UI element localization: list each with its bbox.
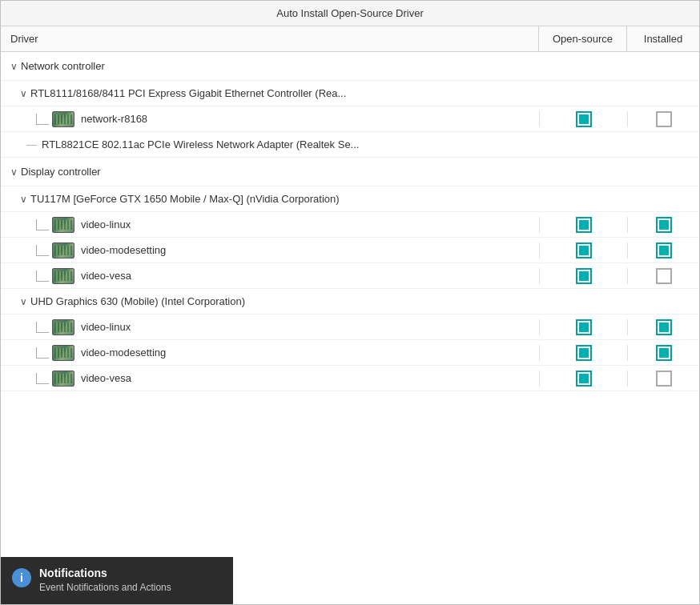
video-vesa-1-inst-checkbox[interactable] [656, 268, 672, 284]
video-modesetting-2-os-check[interactable] [539, 345, 627, 361]
col-installed-header: Installed [627, 26, 699, 51]
window-title: Auto Install Open-Source Driver [276, 7, 424, 19]
video-modesetting-1-os-check[interactable] [539, 242, 627, 258]
notification-icon-glyph: i [20, 571, 23, 584]
tree-row: video-modesetting [1, 340, 699, 366]
video-linux-2-os-checkbox[interactable] [576, 319, 592, 335]
video-vesa-2-inst-checkbox[interactable] [656, 371, 672, 387]
video-modesetting-2-label: video-modesetting [81, 347, 166, 359]
video-vesa-1-os-check[interactable] [539, 268, 627, 284]
tree-row: network-r8168 [1, 106, 699, 132]
notification-title: Notifications [39, 567, 171, 579]
connector-dash: — [26, 138, 37, 150]
video-modesetting-2-os-checkbox[interactable] [576, 345, 592, 361]
video-vesa-2-label: video-vesa [81, 372, 131, 384]
connector [36, 245, 49, 256]
notification-tooltip[interactable]: i Notifications Event Notifications and … [1, 557, 233, 604]
col-opensource-header: Open-source [539, 26, 627, 51]
driver-icon [52, 345, 74, 361]
network-controller-label: Network controller [21, 55, 105, 77]
tree-row: video-modesetting [1, 238, 699, 263]
connector [36, 373, 49, 384]
video-linux-1-inst-check[interactable] [627, 217, 699, 233]
tree-row: ∨ UHD Graphics 630 (Mobile) (Intel Corpo… [1, 289, 699, 315]
video-modesetting-1-inst-checkbox[interactable] [656, 242, 672, 258]
connector [36, 114, 49, 125]
display-controller-label: Display controller [21, 161, 101, 182]
network-r8168-os-check[interactable] [539, 111, 627, 127]
connector [36, 270, 49, 282]
video-vesa-1-inst-check[interactable] [627, 268, 699, 284]
video-modesetting-1-label: video-modesetting [81, 244, 166, 256]
expand-arrow-rtl8111[interactable]: ∨ [20, 88, 27, 99]
expand-arrow-uhd630[interactable]: ∨ [20, 296, 27, 307]
rtl8821ce-label: RTL8821CE 802.11ac PCIe Wireless Network… [42, 138, 359, 150]
table-header: Driver Open-source Installed [1, 26, 699, 52]
tree-row: video-vesa [1, 263, 699, 289]
connector [36, 219, 49, 230]
tree-row: ∨ Display controller [1, 158, 699, 186]
driver-icon [52, 242, 74, 258]
notification-text-block: Notifications Event Notifications and Ac… [39, 567, 171, 593]
tree-row: video-vesa [1, 366, 699, 391]
video-linux-2-inst-checkbox[interactable] [656, 319, 672, 335]
tree-row: ∨ RTL8111/8168/8411 PCI Express Gigabit … [1, 81, 699, 106]
expand-arrow-network[interactable]: ∨ [10, 61, 18, 72]
driver-icon [52, 268, 74, 284]
notification-icon: i [12, 568, 31, 587]
driver-icon [52, 217, 74, 233]
expand-arrow-display[interactable]: ∨ [10, 166, 18, 178]
tree-row: ∨ TU117M [GeForce GTX 1650 Mobile / Max-… [1, 186, 699, 212]
video-vesa-2-os-checkbox[interactable] [576, 371, 592, 387]
driver-icon [52, 111, 74, 127]
tu117m-label: TU117M [GeForce GTX 1650 Mobile / Max-Q]… [30, 193, 340, 205]
col-driver-header: Driver [1, 26, 539, 51]
video-linux-1-os-check[interactable] [539, 217, 627, 233]
network-r8168-label: network-r8168 [81, 113, 147, 125]
video-linux-2-inst-check[interactable] [627, 319, 699, 335]
connector [36, 322, 49, 333]
video-modesetting-1-inst-check[interactable] [627, 242, 699, 258]
video-linux-2-os-check[interactable] [539, 319, 627, 335]
title-bar: Auto Install Open-Source Driver [1, 1, 699, 26]
connector [36, 347, 49, 359]
network-r8168-inst-checkbox[interactable] [656, 111, 672, 127]
video-modesetting-2-inst-check[interactable] [627, 345, 699, 361]
rtl8111-label: RTL8111/8168/8411 PCI Express Gigabit Et… [30, 87, 346, 99]
network-r8168-os-checkbox[interactable] [576, 111, 592, 127]
video-vesa-2-inst-check[interactable] [627, 371, 699, 387]
video-modesetting-1-os-checkbox[interactable] [576, 242, 592, 258]
video-vesa-1-os-checkbox[interactable] [576, 268, 592, 284]
driver-tree[interactable]: ∨ Network controller ∨ RTL8111/8168/8411… [1, 52, 699, 604]
video-linux-2-label: video-linux [81, 321, 131, 333]
driver-icon [52, 319, 74, 335]
main-window: Auto Install Open-Source Driver Driver O… [0, 0, 700, 605]
uhd630-label: UHD Graphics 630 (Mobile) (Intel Corpora… [30, 295, 245, 307]
video-modesetting-2-inst-checkbox[interactable] [656, 345, 672, 361]
tree-row: ∨ Network controller [1, 52, 699, 81]
expand-arrow-tu117m[interactable]: ∨ [20, 194, 27, 205]
video-linux-1-inst-checkbox[interactable] [656, 217, 672, 233]
driver-icon [52, 371, 74, 387]
video-vesa-1-label: video-vesa [81, 270, 131, 282]
tree-row: video-linux [1, 212, 699, 238]
tree-row: — RTL8821CE 802.11ac PCIe Wireless Netwo… [1, 132, 699, 158]
video-linux-1-label: video-linux [81, 218, 131, 230]
network-r8168-inst-check[interactable] [627, 111, 699, 127]
tree-row: video-linux [1, 315, 699, 340]
video-linux-1-os-checkbox[interactable] [576, 217, 592, 233]
video-vesa-2-os-check[interactable] [539, 371, 627, 387]
notification-subtitle: Event Notifications and Actions [39, 582, 171, 593]
